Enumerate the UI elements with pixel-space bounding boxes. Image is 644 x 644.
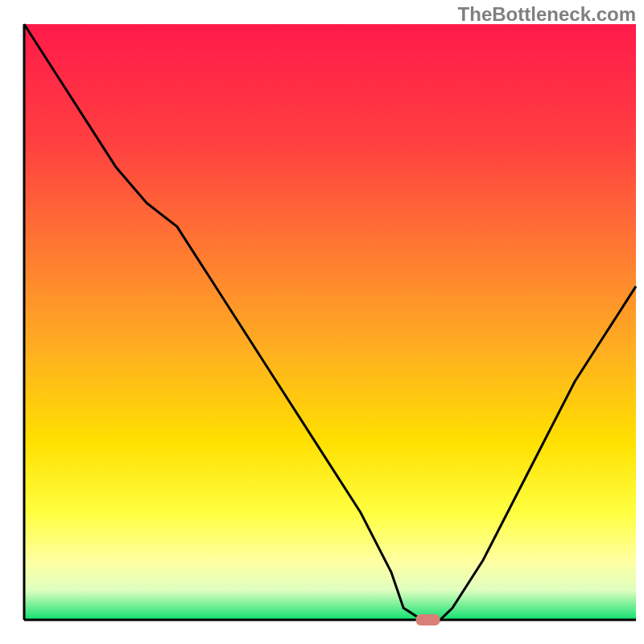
bottleneck-chart xyxy=(0,0,644,644)
gradient-background xyxy=(24,24,636,620)
minimum-marker xyxy=(416,614,440,625)
chart-container: TheBottleneck.com xyxy=(0,0,644,644)
watermark-text: TheBottleneck.com xyxy=(458,3,636,26)
